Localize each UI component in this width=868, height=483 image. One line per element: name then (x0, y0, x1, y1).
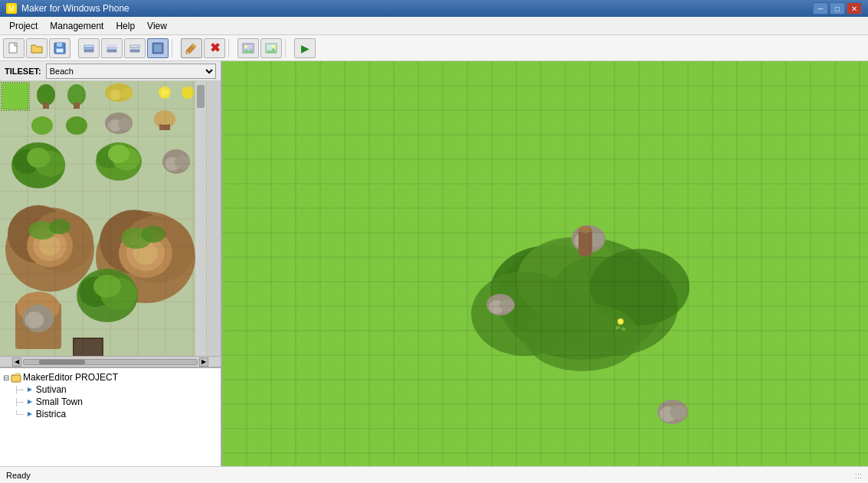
layer2-button[interactable] (101, 38, 123, 58)
svg-rect-7 (107, 50, 116, 52)
tree-expand-icon2[interactable] (25, 397, 34, 406)
svg-point-25 (67, 84, 86, 106)
svg-point-73 (141, 226, 165, 243)
svg-point-37 (118, 118, 132, 130)
tree-item-sutivan[interactable]: ├─ Sutivan (14, 383, 218, 396)
svg-point-40 (154, 114, 175, 125)
menu-view[interactable]: View (141, 19, 173, 33)
tree-branch-icon: ├─ (14, 386, 24, 393)
paint-button[interactable] (147, 38, 169, 58)
minimize-button[interactable]: ─ (813, 2, 828, 15)
map-svg (222, 61, 868, 466)
tileset-label: TILESET: (5, 67, 41, 76)
menu-project[interactable]: Project (3, 19, 44, 33)
svg-point-44 (27, 148, 50, 168)
svg-point-33 (31, 116, 53, 135)
svg-rect-11 (130, 47, 139, 50)
map-area[interactable] (222, 61, 868, 466)
tree-item-bistrica[interactable]: └─ Bistrica (14, 408, 218, 420)
svg-point-63 (25, 312, 44, 328)
svg-rect-8 (107, 47, 116, 50)
hscroll-thumb[interactable] (39, 360, 85, 364)
window-controls: ─ □ ✕ (813, 2, 862, 15)
svg-marker-99 (28, 400, 32, 404)
toolbar: ✖ ▶ (0, 35, 868, 61)
svg-point-17 (244, 45, 247, 48)
tree-collapse-icon[interactable]: ⊟ (3, 374, 9, 382)
tree-item-label2: Small Town (36, 397, 83, 407)
svg-point-114 (525, 302, 640, 371)
svg-rect-95 (195, 81, 206, 356)
status-right: ::: (855, 471, 862, 480)
image1-button[interactable] (237, 38, 259, 58)
svg-rect-65 (74, 339, 102, 356)
svg-rect-3 (56, 48, 64, 53)
svg-marker-100 (28, 412, 32, 416)
image2-button[interactable] (260, 38, 282, 58)
tree-root[interactable]: ⊟ MakerEditor PROJECT (3, 371, 218, 383)
main-layout: TILESET: Beach Forest City Dungeon (0, 61, 868, 466)
menu-bar: Project Management Help View (0, 17, 868, 35)
play-button[interactable]: ▶ (294, 38, 316, 58)
tree-item-label3: Bistrica (36, 409, 66, 419)
svg-marker-98 (28, 387, 32, 392)
tree-children: ├─ Sutivan ├─ Small Town └─ Bistrica (14, 383, 218, 420)
svg-rect-6 (84, 45, 93, 47)
tree-item-label: Sutivan (36, 384, 67, 395)
app-icon: M (6, 3, 17, 14)
tileset-select[interactable]: Beach Forest City Dungeon (46, 64, 216, 79)
tree-expand-icon[interactable] (25, 385, 34, 394)
tree-expand-icon3[interactable] (25, 410, 34, 419)
svg-rect-9 (107, 45, 116, 47)
svg-rect-5 (84, 47, 93, 50)
svg-rect-15 (154, 44, 162, 52)
svg-rect-21 (2, 83, 29, 110)
title-bar: M Maker for Windows Phone ─ □ ✕ (0, 0, 868, 17)
svg-point-28 (109, 90, 121, 100)
maximize-button[interactable]: □ (830, 2, 845, 15)
layer3-button[interactable] (124, 38, 146, 58)
svg-rect-12 (130, 45, 139, 47)
tile-palette[interactable] (0, 81, 221, 356)
svg-rect-97 (11, 375, 21, 382)
menu-help[interactable]: Help (110, 19, 141, 33)
svg-rect-24 (43, 103, 49, 109)
scroll-left-btn[interactable]: ◀ (12, 357, 21, 367)
tree-branch-icon3: └─ (14, 410, 24, 418)
save-button[interactable] (49, 38, 70, 58)
svg-point-59 (49, 219, 70, 234)
svg-point-128 (670, 406, 686, 419)
svg-point-32 (182, 86, 194, 99)
scroll-right-btn[interactable]: ▶ (199, 357, 208, 367)
eraser-button[interactable]: ✖ (204, 38, 225, 58)
svg-rect-10 (130, 50, 139, 52)
svg-point-34 (66, 116, 87, 135)
layer1-button[interactable] (78, 38, 100, 58)
svg-point-31 (162, 90, 168, 96)
svg-rect-96 (197, 85, 205, 108)
hscroll-track[interactable] (23, 359, 198, 365)
pencil-button[interactable] (181, 38, 202, 58)
tileset-bar: TILESET: Beach Forest City Dungeon (0, 61, 221, 81)
svg-rect-2 (57, 43, 62, 47)
svg-point-77 (93, 275, 121, 298)
svg-point-23 (37, 84, 55, 106)
svg-point-29 (120, 88, 133, 99)
new-button[interactable] (3, 38, 25, 58)
svg-point-122 (619, 320, 622, 323)
svg-rect-26 (74, 103, 80, 109)
tree-root-label: MakerEditor PROJECT (23, 372, 118, 383)
palette-hscroll[interactable]: ◀ ▶ (0, 356, 221, 367)
left-panel: TILESET: Beach Forest City Dungeon (0, 61, 222, 466)
project-tree: ⊟ MakerEditor PROJECT ├─ Sutivan ├─ Smal… (0, 367, 221, 466)
status-text: Ready (6, 471, 31, 480)
window-title: Maker for Windows Phone (21, 3, 129, 14)
tree-branch-icon2: ├─ (14, 398, 24, 406)
close-button[interactable]: ✕ (847, 2, 862, 15)
menu-management[interactable]: Management (44, 19, 110, 33)
tree-item-smalltown[interactable]: ├─ Small Town (14, 396, 218, 408)
project-folder-icon (11, 372, 21, 383)
open-button[interactable] (26, 38, 47, 58)
status-bar: Ready ::: (0, 466, 868, 483)
tileset-svg (0, 81, 207, 356)
